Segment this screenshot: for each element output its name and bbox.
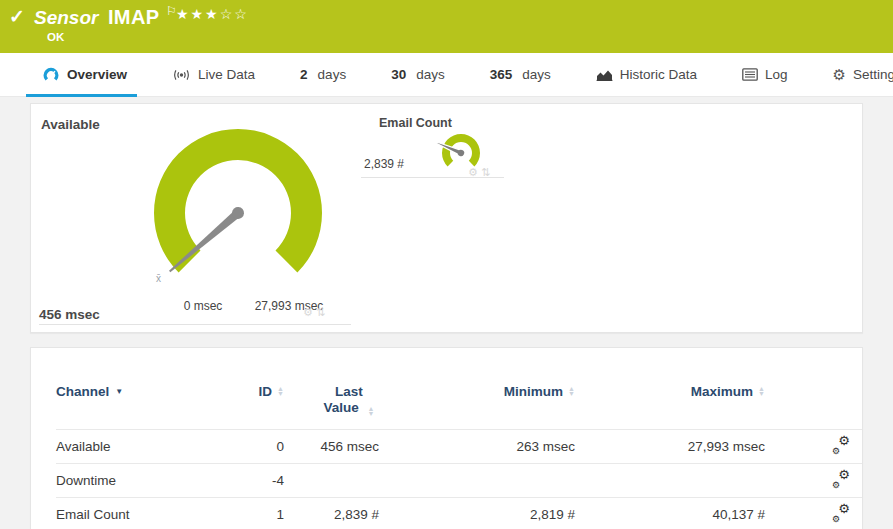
cell-minimum: 263 msec <box>379 439 575 454</box>
tab-historic-data[interactable]: Historic Data <box>596 53 697 97</box>
sensor-kind-label: Sensor <box>34 7 98 28</box>
tab-label: Historic Data <box>620 67 697 82</box>
table-row-email-count: Email Count12,839 #2,819 #40,137 #⚙⚙ <box>56 497 862 529</box>
tab-label: days <box>416 67 445 82</box>
overview-content: x̄ Available 0 msec 27,993 msec 456 msec… <box>0 97 893 529</box>
table-header-row: Channel▼ID▲▼Last Value ▲▼Minimum▲▼Maximu… <box>56 384 862 429</box>
email-gauge-options[interactable]: ⚙⇅ <box>468 166 493 179</box>
tab-number: 30 <box>391 67 406 82</box>
tab-label: days <box>522 67 551 82</box>
tab-label: Overview <box>67 67 127 82</box>
sensor-status-header: ✓ Sensor IMAP ⚐ ★★★☆☆ OK <box>0 0 893 53</box>
gauge-icon <box>42 66 60 83</box>
column-header-maximum[interactable]: Maximum▲▼ <box>575 384 765 416</box>
cell-actions: ⚙⚙ <box>765 436 862 457</box>
cell-last-value: 456 msec <box>284 439 379 454</box>
tab-live-data[interactable]: Live Data <box>172 53 255 97</box>
priority-stars[interactable]: ★★★☆☆ <box>176 6 249 22</box>
resize-icon[interactable]: ⇅ <box>316 306 328 318</box>
ok-check-icon: ✓ <box>9 5 25 28</box>
available-panel-divider <box>39 324 351 325</box>
tab-365-days[interactable]: 365days <box>490 53 551 97</box>
tab-settings[interactable]: ⚙Settings <box>833 53 893 97</box>
sensor-title: Sensor IMAP ⚐ <box>34 4 177 29</box>
sort-icon[interactable]: ▲▼ <box>368 407 375 416</box>
email-gauge-title: Email Count <box>379 116 452 130</box>
tab-30-days[interactable]: 30days <box>391 53 445 97</box>
tab-number: 2 <box>300 67 308 82</box>
resize-icon[interactable]: ⇅ <box>481 166 493 178</box>
table-row-downtime: Downtime-4⚙⚙ <box>56 463 862 497</box>
sort-icon[interactable]: ▲▼ <box>568 387 575 396</box>
gauges-panel: x̄ Available 0 msec 27,993 msec 456 msec… <box>30 103 863 333</box>
sort-icon[interactable]: ▲▼ <box>758 387 765 396</box>
mean-marker: x̄ <box>156 273 161 284</box>
tab-label: Live Data <box>198 67 255 82</box>
sensor-name: IMAP <box>108 6 160 28</box>
column-header-last-value[interactable]: Last Value ▲▼ <box>284 384 379 416</box>
tab-bar: OverviewLive Data2days30days365daysHisto… <box>0 53 893 97</box>
available-gauge-ring <box>154 129 322 272</box>
tab-label: Settings <box>853 67 893 82</box>
gear-icon[interactable]: ⚙ <box>303 306 316 318</box>
gear-icon: ⚙ <box>833 67 846 82</box>
cell-channel[interactable]: Email Count <box>56 507 221 522</box>
channel-settings-icon[interactable]: ⚙⚙ <box>831 436 851 454</box>
sort-icon[interactable]: ▲▼ <box>277 387 284 396</box>
cell-actions: ⚙⚙ <box>765 504 862 525</box>
channel-settings-icon[interactable]: ⚙⚙ <box>831 470 851 488</box>
cell-maximum: 40,137 # <box>575 507 765 522</box>
column-label: Minimum <box>504 384 563 399</box>
available-gauge-min-label: 0 msec <box>163 299 243 313</box>
channel-table-panel: Channel▼ID▲▼Last Value ▲▼Minimum▲▼Maximu… <box>30 347 863 529</box>
column-label: ID <box>259 384 273 399</box>
column-label: Maximum <box>691 384 753 399</box>
column-header-minimum[interactable]: Minimum▲▼ <box>379 384 575 416</box>
log-icon <box>742 68 758 81</box>
tab-log[interactable]: Log <box>742 53 788 97</box>
cell-actions: ⚙⚙ <box>765 470 862 491</box>
broadcast-icon <box>172 68 191 82</box>
cell-id: 1 <box>221 507 284 522</box>
column-header-id[interactable]: ID▲▼ <box>221 384 284 416</box>
channel-table: Channel▼ID▲▼Last Value ▲▼Minimum▲▼Maximu… <box>31 348 862 529</box>
tab-overview[interactable]: Overview <box>42 53 127 97</box>
email-gauge-value: 2,839 # <box>364 157 404 171</box>
column-header-channel[interactable]: Channel▼ <box>56 384 221 416</box>
tab-label: Log <box>765 67 788 82</box>
gear-icon[interactable]: ⚙ <box>468 166 481 178</box>
channel-settings-icon[interactable]: ⚙⚙ <box>831 504 851 522</box>
cell-id: 0 <box>221 439 284 454</box>
cell-channel[interactable]: Available <box>56 439 221 454</box>
status-badge: OK <box>47 31 64 43</box>
gauges-graphic: x̄ <box>31 104 862 332</box>
tab-2-days[interactable]: 2days <box>300 53 346 97</box>
table-row-available: Available0456 msec263 msec27,993 msec⚙⚙ <box>56 429 862 463</box>
cell-id: -4 <box>221 473 284 488</box>
cell-minimum: 2,819 # <box>379 507 575 522</box>
available-gauge-title: Available <box>41 117 100 132</box>
tab-number: 365 <box>490 67 513 82</box>
tab-label: days <box>318 67 347 82</box>
cell-maximum: 27,993 msec <box>575 439 765 454</box>
available-gauge-value: 456 msec <box>39 307 100 322</box>
column-label: Channel <box>56 384 109 399</box>
cell-channel[interactable]: Downtime <box>56 473 221 488</box>
area-chart-icon <box>596 68 613 81</box>
sort-desc-icon: ▼ <box>115 387 123 396</box>
available-gauge-options[interactable]: ⚙⇅ <box>303 306 328 319</box>
cell-last-value: 2,839 # <box>284 507 379 522</box>
